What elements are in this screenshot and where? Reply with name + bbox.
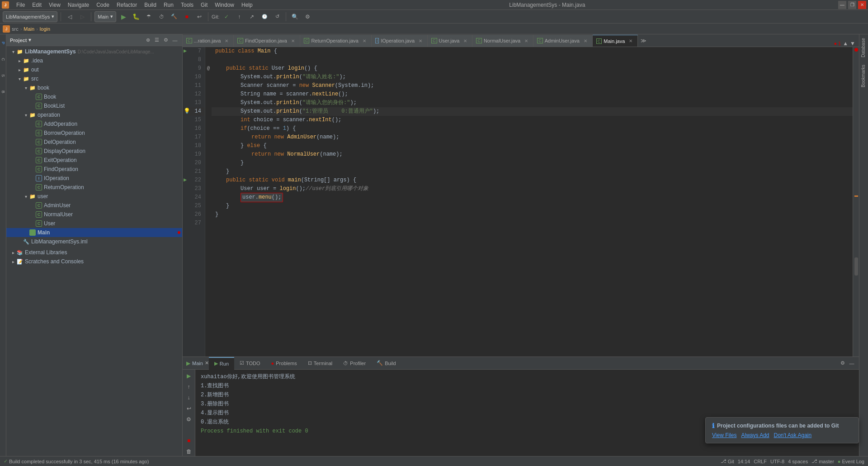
code-content[interactable]: public class Main { @ public static User… — [205, 47, 853, 357]
stop-button[interactable]: ■ — [181, 11, 192, 22]
tab-iop-close[interactable]: ✕ — [417, 38, 424, 44]
run-scroll-down[interactable]: ↓ — [184, 393, 193, 402]
bottom-tab-problems[interactable]: ● Problems — [266, 357, 302, 370]
tab-addop[interactable]: C ...ration.java ✕ — [183, 35, 234, 47]
menu-window[interactable]: Window — [211, 1, 238, 9]
tree-item-idea[interactable]: ▸ 📁 .idea — [6, 56, 182, 65]
bottom-minimize-button[interactable]: — — [848, 360, 855, 367]
nav-src[interactable]: src — [12, 26, 19, 32]
tree-item-booklist[interactable]: C BookList — [6, 101, 182, 110]
tab-user-close[interactable]: ✕ — [462, 38, 468, 44]
notification-dont-ask[interactable]: Don't Ask Again — [774, 432, 812, 438]
tab-overflow-button[interactable]: ≫ — [638, 35, 649, 47]
git-push[interactable]: ↗ — [246, 11, 257, 22]
nav-main[interactable]: Main — [24, 26, 34, 32]
tab-adminuser[interactable]: C AdminUser.java ✕ — [533, 35, 593, 47]
project-tool-minimize[interactable]: — — [171, 37, 179, 44]
undo-button[interactable]: ↩ — [194, 11, 205, 22]
tree-item-root[interactable]: ▾ 📁 LibManagementSys D:\Code\Java\JavaCo… — [6, 47, 182, 56]
git-history[interactable]: 🕐 — [259, 11, 270, 22]
project-tool-sync[interactable]: ⊕ — [144, 37, 151, 44]
tab-adminuser-close[interactable]: ✕ — [582, 38, 589, 44]
tree-item-ext-lib[interactable]: ▸ 📚 External Libraries — [6, 248, 182, 257]
branch-status[interactable]: ⎇ master — [811, 458, 834, 464]
run-clear-button[interactable]: 🗑 — [184, 447, 193, 456]
bookmarks-tab[interactable]: Bookmarks — [859, 61, 868, 91]
run-wrap[interactable]: ↩ — [184, 404, 193, 413]
menu-file[interactable]: File — [13, 1, 28, 9]
charset-status[interactable]: UTF-8 — [770, 459, 784, 464]
tab-main[interactable]: C Main.java ✕ — [593, 35, 638, 47]
rerun-button[interactable]: ▶ — [184, 371, 193, 380]
tree-item-user[interactable]: C User — [6, 219, 182, 228]
bottom-tab-profiler[interactable]: ⏱ Profiler — [338, 357, 371, 370]
tree-item-delop[interactable]: C DelOperation — [6, 138, 182, 147]
menu-run[interactable]: Run — [160, 1, 177, 9]
scroll-thumb[interactable] — [854, 257, 858, 276]
menu-build[interactable]: Build — [141, 1, 160, 9]
close-button[interactable]: ✕ — [858, 1, 866, 9]
run-scroll-up[interactable]: ↑ — [184, 382, 193, 391]
navigate-back-button[interactable]: ◁ — [64, 11, 75, 22]
tree-item-main[interactable]: C Main — [6, 228, 182, 237]
nav-login[interactable]: login — [40, 26, 50, 32]
tab-normaluser-close[interactable]: ✕ — [523, 38, 529, 44]
line-col-status[interactable]: 14:14 — [738, 459, 750, 464]
notification-view-files[interactable]: View Files — [712, 432, 736, 438]
tab-user[interactable]: C User.java ✕ — [428, 35, 472, 47]
run-stop-button[interactable]: ■ — [184, 436, 193, 445]
tree-item-iml[interactable]: 🔧 LibManagementSys.iml — [6, 237, 182, 246]
tree-item-borrowop[interactable]: C BorrowOperation — [6, 128, 182, 138]
git-checkmark[interactable]: ✓ — [221, 11, 232, 22]
bottom-tab-run[interactable]: ▶ Run — [209, 357, 234, 370]
tab-findop[interactable]: C FindOperation.java ✕ — [234, 35, 300, 47]
run-config-selector[interactable]: Main ▾ — [94, 11, 116, 22]
bottom-tab-build[interactable]: 🔨 Build — [371, 357, 401, 370]
bottom-settings-button[interactable]: ⚙ — [839, 360, 846, 367]
menu-help[interactable]: Help — [238, 1, 256, 9]
coverage-button[interactable]: ☂ — [143, 11, 154, 22]
project-dropdown-icon[interactable]: ▾ — [28, 37, 31, 43]
minimize-button[interactable]: — — [838, 1, 846, 9]
tree-item-src[interactable]: ▾ 📁 src — [6, 74, 182, 83]
notification-always-add[interactable]: Always Add — [741, 432, 769, 438]
debug-button[interactable]: 🐛 — [131, 11, 142, 22]
menu-navigate[interactable]: Navigate — [64, 1, 93, 9]
project-tool-button[interactable]: P — [0, 36, 6, 50]
tab-normaluser[interactable]: C NormalUser.java ✕ — [472, 35, 533, 47]
project-tool-collapse[interactable]: ☰ — [153, 37, 160, 44]
tree-item-operation[interactable]: ▾ 📁 operation — [6, 110, 182, 119]
tree-item-out[interactable]: ▸ 📁 out — [6, 65, 182, 74]
build-button[interactable]: 🔨 — [169, 11, 179, 22]
scroll-up-button[interactable]: ▲ — [843, 40, 848, 47]
tree-item-displayop[interactable]: C DisplayOperation — [6, 147, 182, 156]
project-tool-filter[interactable]: ⚙ — [162, 37, 170, 44]
tree-item-scratches[interactable]: ▸ 📝 Scratches and Consoles — [6, 257, 182, 266]
git-rollback[interactable]: ↺ — [272, 11, 283, 22]
maximize-button[interactable]: ❐ — [848, 1, 856, 9]
settings-button[interactable]: ⚙ — [302, 11, 313, 22]
git-status[interactable]: ⎇ Git — [721, 458, 734, 464]
run-button[interactable]: ▶ — [118, 11, 129, 22]
menu-view[interactable]: View — [45, 1, 64, 9]
structure-tool-button[interactable]: S — [0, 69, 6, 82]
tree-item-book-class[interactable]: C Book — [6, 92, 182, 101]
tab-returnop-close[interactable]: ✕ — [361, 38, 368, 44]
tree-item-user-folder[interactable]: ▾ 📁 user — [6, 192, 182, 201]
run-close-icon[interactable]: ✕ — [205, 360, 209, 366]
tree-item-returnop[interactable]: C ReturnOperation — [6, 183, 182, 192]
bottom-tab-todo[interactable]: ☑ TODO — [234, 357, 266, 370]
tree-item-findop[interactable]: C FindOperation — [6, 165, 182, 174]
tree-item-iop[interactable]: I IOperation — [6, 174, 182, 183]
tree-item-addop[interactable]: C AddOperation — [6, 119, 182, 128]
menu-edit[interactable]: Edit — [28, 1, 45, 9]
tree-item-normaluser[interactable]: C NormalUser — [6, 210, 182, 219]
commit-tool-button[interactable]: C — [0, 52, 6, 66]
tab-addop-close[interactable]: ✕ — [223, 38, 230, 44]
project-selector[interactable]: LibManagementSys ▾ — [3, 11, 57, 22]
menu-git[interactable]: Git — [197, 1, 211, 9]
search-everywhere-button[interactable]: 🔍 — [289, 11, 300, 22]
menu-code[interactable]: Code — [93, 1, 113, 9]
tab-iop[interactable]: I IOperation.java ✕ — [372, 35, 428, 47]
menu-tools[interactable]: Tools — [177, 1, 197, 9]
